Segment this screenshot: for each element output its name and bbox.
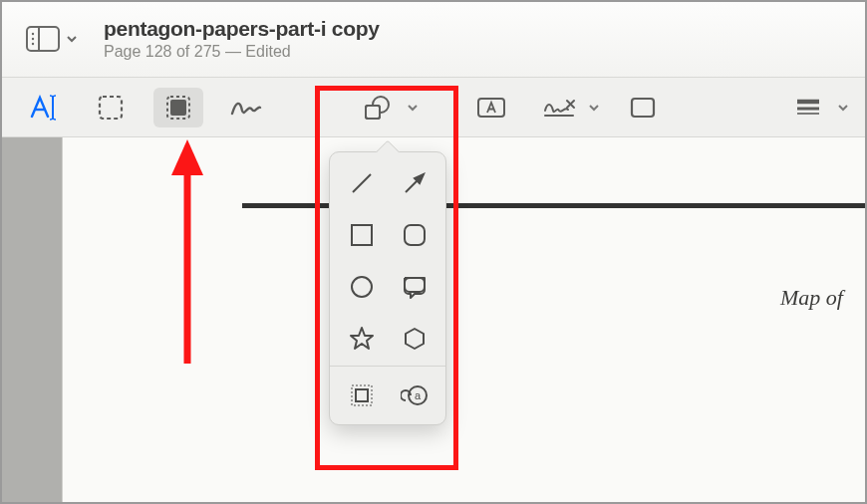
shapes-tool[interactable] <box>353 88 403 127</box>
speech-bubble-icon <box>401 274 429 300</box>
shape-oval[interactable] <box>340 268 383 306</box>
shape-hexagon[interactable] <box>393 320 435 358</box>
svg-rect-11 <box>366 106 380 119</box>
svg-rect-9 <box>170 100 186 116</box>
title-area: pentagon-papers-part-i copy Page 128 of … <box>104 17 380 61</box>
svg-rect-24 <box>352 225 372 245</box>
svg-line-21 <box>353 174 371 192</box>
document-subtitle: Page 128 of 275 — Edited <box>104 43 380 61</box>
shape-star[interactable] <box>340 320 383 358</box>
chevron-down-icon <box>837 102 849 114</box>
selection-tool[interactable] <box>86 88 136 127</box>
svg-point-4 <box>32 42 34 44</box>
svg-rect-25 <box>405 225 425 245</box>
page-content[interactable]: Map of <box>62 137 867 504</box>
svg-rect-0 <box>27 27 59 51</box>
textbox-icon <box>476 97 506 119</box>
shapes-tool-group[interactable] <box>353 88 419 127</box>
document-title: pentagon-papers-part-i copy <box>104 17 380 41</box>
svg-rect-31 <box>356 389 368 401</box>
shape-line[interactable] <box>340 164 383 202</box>
svg-rect-7 <box>100 97 122 119</box>
shape-rounded-rectangle[interactable] <box>393 216 435 254</box>
line-icon <box>348 169 376 197</box>
sketch-tool[interactable] <box>221 88 271 127</box>
rounded-rectangle-icon <box>402 222 428 248</box>
sign-tool[interactable] <box>534 88 584 127</box>
rectangle-icon <box>349 222 375 248</box>
signature-icon <box>541 97 577 119</box>
shape-speech-bubble[interactable] <box>393 268 435 306</box>
shape-mask[interactable] <box>340 377 383 414</box>
sidebar-toggle[interactable] <box>18 20 86 58</box>
hexagon-icon <box>402 326 428 352</box>
border-tool[interactable] <box>783 88 833 127</box>
chevron-down-icon <box>588 102 600 114</box>
text-tool[interactable] <box>18 88 68 127</box>
chevron-down-icon <box>66 33 78 45</box>
svg-text:a: a <box>415 389 422 401</box>
svg-rect-27 <box>405 278 425 292</box>
arrow-icon <box>401 169 429 197</box>
text-cursor-icon <box>29 95 57 121</box>
page-text-mapof: Map of <box>780 285 843 311</box>
square-icon <box>630 97 656 119</box>
page-gutter <box>0 137 62 504</box>
mask-icon <box>349 382 375 408</box>
loupe-icon: a <box>401 382 429 408</box>
textbox-tool[interactable] <box>466 88 516 127</box>
svg-point-2 <box>32 32 34 34</box>
redact-tool[interactable] <box>153 88 203 127</box>
shapes-icon <box>363 95 393 121</box>
svg-rect-17 <box>632 99 654 117</box>
shape-style-tool[interactable] <box>618 88 668 127</box>
redact-icon <box>165 95 191 121</box>
lines-icon <box>795 99 821 117</box>
star-icon <box>348 325 376 353</box>
shapes-popover: a <box>329 151 446 425</box>
svg-point-3 <box>32 37 34 39</box>
titlebar: pentagon-papers-part-i copy Page 128 of … <box>0 0 867 78</box>
shape-rectangle[interactable] <box>340 216 383 254</box>
border-tool-group[interactable] <box>783 88 849 127</box>
svg-point-26 <box>352 277 372 297</box>
marquee-icon <box>98 95 124 121</box>
scribble-icon <box>230 98 262 118</box>
shape-loupe[interactable]: a <box>393 377 435 414</box>
markup-toolbar <box>0 78 867 137</box>
sign-tool-group[interactable] <box>534 88 600 127</box>
chevron-down-icon <box>407 102 419 114</box>
shape-arrow[interactable] <box>393 164 435 202</box>
svg-marker-29 <box>406 329 424 349</box>
svg-marker-28 <box>351 328 373 349</box>
oval-icon <box>349 274 375 300</box>
